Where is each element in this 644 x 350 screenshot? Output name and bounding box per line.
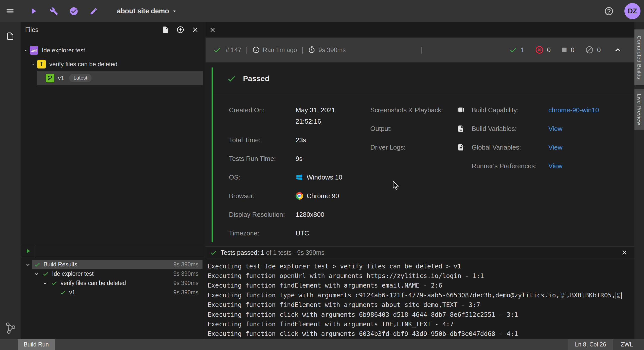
chevron-down-icon[interactable]: [41, 280, 49, 287]
result-time: 9s 390ms: [173, 289, 203, 296]
build-variables-view-link[interactable]: View: [548, 123, 562, 134]
files-panel-header: Files: [21, 22, 205, 37]
detail-row-build-variables: Build Variables: View: [472, 123, 634, 134]
build-run-panel: # 147 | Ran 1m ago | 9s 390ms | 1 0 0: [206, 22, 634, 339]
detail-row-global-variables: Global Variables: View: [472, 142, 634, 153]
log-line: Executing function click with arguments …: [208, 310, 634, 320]
separator: |: [246, 46, 248, 54]
zwl-file-badge: zwl: [30, 46, 38, 55]
passed-check-icon: [51, 280, 58, 287]
parse-check-icon[interactable]: [69, 7, 78, 16]
build-details-grid: Created On: May 31, 2021 21:52:16 Total …: [213, 93, 634, 246]
detail-row-created-on: Created On: May 31, 2021 21:52:16: [229, 104, 370, 127]
detail-row-display-resolution: Display Resolution: 1280x800: [229, 209, 370, 220]
test-output-panel: Tests passed: 1 of 1 tests - 9s 390ms Ex…: [206, 246, 634, 339]
cursor-position[interactable]: Ln 8, Col 26: [568, 339, 613, 350]
passed-check-icon: [34, 261, 41, 268]
chevron-down-icon[interactable]: [24, 261, 32, 268]
language-mode[interactable]: ZWL: [621, 341, 633, 348]
build-capability-link[interactable]: chrome-90-win10: [548, 104, 599, 116]
files-explorer-icon[interactable]: [6, 32, 14, 41]
add-file-icon[interactable]: [176, 26, 184, 34]
close-tab-icon[interactable]: [209, 26, 216, 33]
tree-item-version[interactable]: v1 Latest: [21, 71, 205, 85]
version-name: v1: [58, 75, 64, 82]
build-results-toolbar: [21, 245, 205, 257]
tab-completed-builds[interactable]: Completed Builds: [634, 29, 644, 85]
collapse-panel-icon[interactable]: [613, 45, 622, 54]
runners-preferences-view-link[interactable]: View: [548, 160, 562, 172]
tree-item-test[interactable]: T verify files can be deleted: [21, 57, 205, 71]
detail-row-build-capability: Build Capability: chrome-90-win10: [472, 104, 634, 116]
help-icon[interactable]: [604, 6, 614, 16]
failed-cross-icon: [535, 46, 544, 54]
log-line: Executing function findElement with argu…: [208, 300, 634, 310]
log-lines[interactable]: Executing test Ide explorer test > verif…: [206, 259, 634, 339]
hamburger-menu-icon[interactable]: [6, 7, 15, 16]
test-badge: T: [37, 60, 46, 68]
clock-icon: [252, 46, 260, 54]
playback-icon[interactable]: [457, 104, 465, 116]
result-row-test[interactable]: verify files can be deleted 9s 390ms: [21, 278, 205, 288]
build-status-check-icon: [213, 46, 221, 54]
build-config-wrench-icon[interactable]: [50, 7, 58, 15]
version-branch-icon: [46, 74, 54, 82]
output-document-icon[interactable]: [457, 123, 465, 134]
status-build-run-tab[interactable]: Build Run: [18, 339, 55, 350]
project-title: about site demo: [117, 7, 169, 15]
result-row-file[interactable]: Ide explorer test 9s 390ms: [21, 269, 205, 278]
close-files-panel-icon[interactable]: [191, 26, 199, 33]
edit-icon[interactable]: [90, 7, 98, 15]
build-results-tree: Build Results 9s 390ms Ide explorer test…: [21, 257, 205, 339]
chevron-down-icon[interactable]: [32, 271, 41, 277]
build-number: # 147: [226, 46, 242, 54]
log-line: Executing function click with arguments …: [208, 329, 634, 339]
result-time: 9s 390ms: [173, 261, 203, 268]
editor-tabstrip: [206, 22, 634, 38]
collapse-caret-icon[interactable]: [30, 61, 36, 67]
driver-logs-document-icon[interactable]: [457, 142, 465, 153]
separator: |: [302, 46, 303, 54]
control-key-icon: E004: [560, 292, 566, 299]
global-variables-view-link[interactable]: View: [548, 142, 562, 153]
files-panel-title: Files: [25, 26, 38, 33]
chrome-icon: [296, 192, 303, 200]
close-output-icon[interactable]: [621, 249, 628, 256]
api-graph-icon[interactable]: [5, 322, 16, 335]
project-selector[interactable]: about site demo: [117, 7, 178, 15]
build-status-text: Passed: [243, 74, 269, 83]
passed-check-icon: [210, 249, 217, 256]
detail-row-timezone: Timezone: UTC: [229, 228, 370, 239]
top-app-bar: about site demo DZ: [0, 0, 644, 22]
result-row-build[interactable]: Build Results 9s 390ms: [21, 260, 205, 269]
status-bar: Build Run Ln 8, Col 26 ZWL: [0, 339, 644, 350]
rerun-icon[interactable]: [24, 247, 32, 255]
collapse-caret-icon[interactable]: [23, 47, 29, 53]
file-tree: zwl Ide explorer test T verify files can…: [21, 37, 205, 245]
failed-count: 0: [535, 46, 551, 54]
test-output-header: Tests passed: 1 of 1 tests - 9s 390ms: [206, 247, 634, 259]
result-label: Ide explorer test: [52, 270, 94, 277]
latest-tag: Latest: [69, 74, 91, 82]
new-file-icon[interactable]: [162, 26, 169, 33]
tab-live-preview[interactable]: Live Preview: [634, 89, 644, 130]
build-status-card: Passed Created On: May 31, 2021 21:52:16…: [206, 62, 634, 246]
tree-item-file[interactable]: zwl Ide explorer test: [21, 43, 205, 57]
control-key-icon: E007: [616, 292, 622, 299]
separator: |: [420, 46, 422, 54]
left-activity-rail: [0, 22, 21, 339]
toolbar-divider: [36, 245, 36, 257]
stopped-count: 0: [561, 46, 574, 54]
selected-version-row[interactable]: v1 Latest: [37, 71, 203, 85]
log-line: Executing function openUrl with argument…: [208, 271, 634, 281]
result-label: verify files can be deleted: [61, 280, 126, 287]
detail-row-tests-run-time: Tests Run Time: 9s: [229, 153, 370, 164]
result-row-version[interactable]: v1 9s 390ms: [21, 288, 205, 297]
detail-row-screenshots-playback: Screenshots & Playback:: [370, 104, 472, 116]
passed-check-icon: [59, 289, 66, 296]
skipped-block-icon: [585, 46, 594, 54]
avatar[interactable]: DZ: [624, 3, 640, 19]
detail-row-driver-logs: Driver Logs:: [370, 142, 472, 153]
run-build-icon[interactable]: [29, 6, 38, 16]
result-label: Build Results: [44, 261, 77, 268]
